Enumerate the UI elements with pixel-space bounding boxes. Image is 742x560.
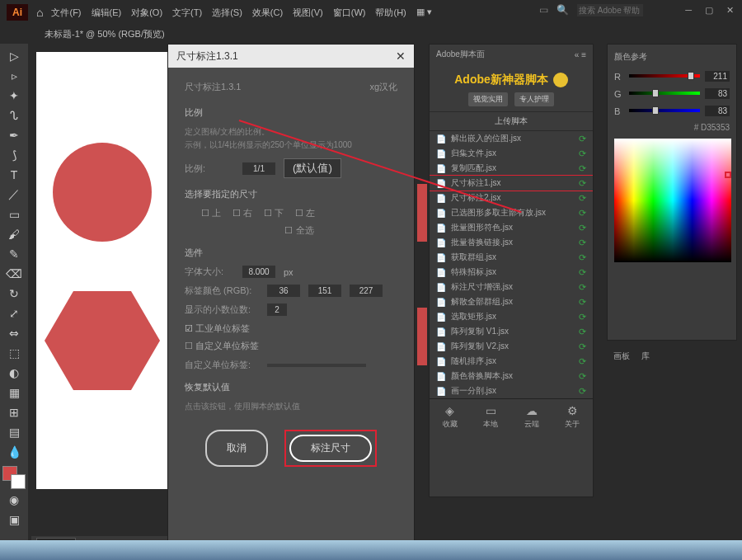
download-icon[interactable]: ⟳ (579, 252, 586, 263)
download-icon[interactable]: ⟳ (579, 238, 586, 248)
download-icon[interactable]: ⟳ (579, 341, 586, 352)
script-item[interactable]: 尺寸标注2.jsx⟳ (430, 191, 593, 205)
fill-stroke-swatch[interactable] (2, 466, 26, 489)
width-tool-icon[interactable]: ⇔ (2, 324, 26, 342)
script-item[interactable]: 阵列复制 V1.jsx⟳ (430, 324, 593, 339)
draw-mode-icon[interactable]: ◉ (2, 491, 26, 509)
scale-tool-icon[interactable]: ⤢ (2, 304, 26, 322)
download-icon[interactable]: ⟳ (579, 163, 586, 174)
check-custom-units[interactable]: 自定义单位标签 (185, 341, 259, 351)
menu-help[interactable]: 帮助(H) (375, 7, 406, 19)
script-item[interactable]: 画一分剖.jsx⟳ (430, 384, 593, 398)
selection-tool-icon[interactable]: ▷ (2, 47, 26, 65)
maximize-icon[interactable]: ▢ (705, 5, 713, 16)
download-icon[interactable]: ⟳ (579, 327, 586, 337)
download-icon[interactable]: ⟳ (579, 223, 586, 233)
g-slider[interactable] (629, 92, 700, 96)
font-size-input[interactable]: 8.000 (242, 266, 275, 278)
label-color-r[interactable]: 36 (267, 285, 300, 297)
script-item[interactable]: 解出嵌入的位图.jsx⟳ (430, 131, 593, 146)
direct-selection-tool-icon[interactable]: ▹ (2, 67, 26, 85)
nav-cloud[interactable]: ☁云端 (524, 404, 539, 430)
download-icon[interactable]: ⟳ (579, 134, 586, 144)
eyedropper-tool-icon[interactable]: 💧 (2, 443, 26, 461)
download-icon[interactable]: ⟳ (579, 371, 586, 382)
nav-about[interactable]: ⚙关于 (565, 404, 580, 430)
decimals-input[interactable]: 2 (267, 304, 287, 316)
annotate-button[interactable]: 标注尺寸 (289, 435, 372, 462)
download-icon[interactable]: ⟳ (579, 386, 586, 397)
screen-mode-icon[interactable]: ▣ (2, 511, 26, 529)
color-spectrum[interactable] (614, 139, 731, 262)
magic-wand-tool-icon[interactable]: ✦ (2, 87, 26, 105)
download-icon[interactable]: ⟳ (579, 312, 586, 322)
check-industrial-units[interactable]: 工业单位标签 (185, 323, 250, 333)
download-icon[interactable]: ⟳ (579, 267, 586, 278)
check-left[interactable]: 左 (295, 207, 315, 219)
menu-file[interactable]: 文件(F) (51, 7, 81, 19)
perspective-tool-icon[interactable]: ▦ (2, 384, 26, 402)
line-tool-icon[interactable]: ／ (2, 186, 26, 204)
menu-select[interactable]: 选择(S) (212, 7, 242, 19)
check-up[interactable]: 上 (201, 207, 221, 219)
check-down[interactable]: 下 (264, 207, 284, 219)
panel-collapse-icon[interactable]: « (575, 50, 580, 59)
hex-value[interactable]: D35353 (701, 123, 730, 132)
type-tool-icon[interactable]: T (2, 166, 26, 184)
script-item[interactable]: 随机排序.jsx⟳ (430, 354, 593, 369)
download-icon[interactable]: ⟳ (579, 297, 586, 308)
script-item[interactable]: 颜色替换脚本.jsx⟳ (430, 369, 593, 384)
download-icon[interactable]: ⟳ (579, 208, 586, 219)
download-icon[interactable]: ⟳ (579, 193, 586, 204)
panel-menu-icon[interactable]: ≡ (581, 50, 586, 59)
script-item[interactable]: 阵列复制 V2.jsx⟳ (430, 339, 593, 354)
pen-tool-icon[interactable]: ✒ (2, 126, 26, 144)
check-right[interactable]: 右 (232, 207, 252, 219)
mesh-tool-icon[interactable]: ⊞ (2, 403, 26, 421)
script-item[interactable]: 批量替换链接.jsx⟳ (430, 235, 593, 250)
spectrum-marker[interactable] (725, 172, 731, 178)
g-value[interactable]: 83 (705, 88, 730, 99)
close-icon[interactable]: ✕ (726, 5, 734, 16)
artboard[interactable] (36, 52, 168, 489)
search-icon[interactable]: 🔍 (556, 4, 569, 16)
label-color-g[interactable]: 151 (308, 285, 341, 297)
rectangle-tool-icon[interactable]: ▭ (2, 205, 26, 224)
home-icon[interactable]: ⌂ (36, 6, 43, 19)
menu-object[interactable]: 对象(O) (131, 7, 162, 19)
rotate-tool-icon[interactable]: ↻ (2, 285, 26, 303)
lasso-tool-icon[interactable]: ᔐ (2, 106, 26, 125)
workspace-icon[interactable]: ▦ ▾ (416, 7, 432, 19)
red-hexagon-shape[interactable] (45, 291, 160, 390)
free-transform-tool-icon[interactable]: ⬚ (2, 344, 26, 362)
document-tab[interactable]: 未标题-1* @ 50% (RGB/预览) (36, 25, 742, 44)
shape-builder-tool-icon[interactable]: ◐ (2, 364, 26, 382)
red-circle-shape[interactable] (53, 143, 152, 242)
scripts-category[interactable]: 上传脚本 (430, 111, 593, 131)
label-color-b[interactable]: 227 (350, 285, 383, 297)
script-item[interactable]: 标注尺寸增强.jsx⟳ (430, 280, 593, 294)
script-item[interactable]: 特殊招标.jsx⟳ (430, 265, 593, 280)
download-icon[interactable]: ⟳ (579, 282, 586, 293)
script-item[interactable]: 获取群组.jsx⟳ (430, 250, 593, 265)
minimize-icon[interactable]: ─ (685, 5, 692, 16)
dialog-close-icon[interactable]: ✕ (396, 49, 406, 63)
check-all[interactable]: 全选 (284, 224, 313, 237)
custom-units-input[interactable] (267, 364, 366, 367)
tag-support[interactable]: 专人护理 (514, 92, 554, 106)
scripts-panel-tab[interactable]: Adobe脚本面 (436, 49, 485, 60)
menu-effect[interactable]: 效果(C) (252, 7, 283, 19)
dialog-titlebar[interactable]: 尺寸标注1.3.1 ✕ (168, 45, 414, 68)
menu-view[interactable]: 视图(V) (293, 7, 323, 19)
tab-artboard[interactable]: 画板 (613, 351, 630, 364)
download-icon[interactable]: ⟳ (579, 148, 586, 159)
script-item[interactable]: 批量图形符色.jsx⟳ (430, 220, 593, 235)
script-item[interactable]: 选取矩形.jsx⟳ (430, 309, 593, 324)
ratio-default-button[interactable]: (默认值) (284, 158, 341, 178)
script-item[interactable]: 复制匹配.jsx⟳ (430, 161, 593, 176)
r-value[interactable]: 211 (705, 71, 730, 82)
pencil-tool-icon[interactable]: ✎ (2, 245, 26, 263)
nav-local[interactable]: ▭本地 (483, 404, 498, 430)
menu-edit[interactable]: 编辑(E) (92, 7, 122, 19)
r-slider[interactable] (629, 74, 700, 79)
